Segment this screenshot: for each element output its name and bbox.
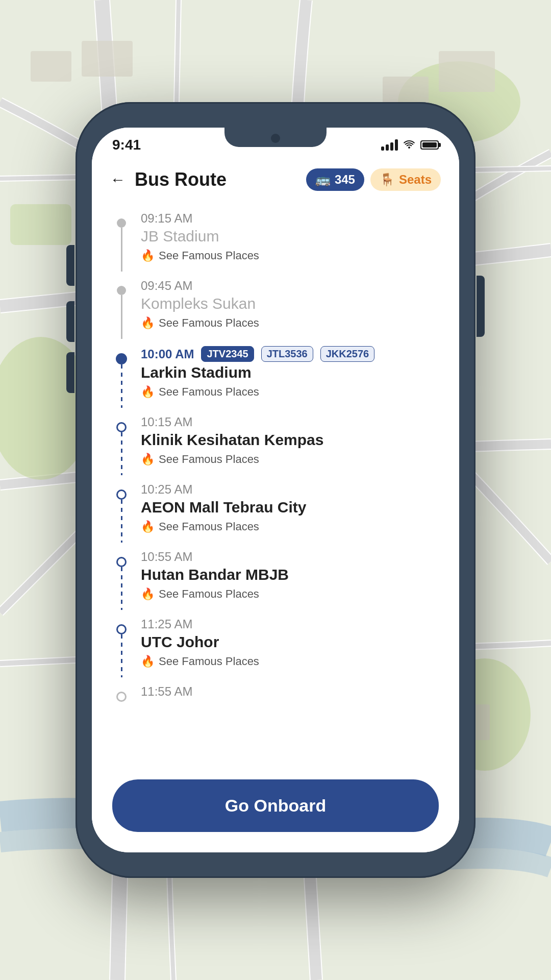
fire-icon-1: 🔥 (141, 249, 155, 262)
see-famous-1[interactable]: 🔥 See Famous Places (141, 249, 441, 262)
stop-name-2: Kompleks Sukan (141, 295, 441, 312)
list-item: 10:25 AM AEON Mall Tebrau City 🔥 See Fam… (110, 475, 441, 543)
notch (224, 128, 327, 147)
notch-camera (271, 134, 280, 143)
bus-icon: 🚌 (315, 173, 331, 187)
header: ← Bus Route 🚌 345 🪑 Seats (92, 158, 459, 199)
line-5 (121, 500, 122, 543)
see-famous-7[interactable]: 🔥 See Famous Places (141, 655, 441, 668)
page-title: Bus Route (135, 169, 227, 190)
stop-name-1: JB Stadium (141, 228, 441, 245)
phone-screen: 9:41 (92, 128, 459, 852)
seats-icon: 🪑 (380, 173, 395, 187)
stop-list: 09:15 AM JB Stadium 🔥 See Famous Places (110, 204, 441, 710)
header-badges: 🚌 345 🪑 Seats (306, 168, 441, 191)
line-3 (121, 364, 122, 408)
signal-icon (381, 139, 398, 151)
stop-dot-7 (116, 624, 127, 634)
stop-time-5: 10:25 AM (141, 482, 192, 497)
see-famous-6[interactable]: 🔥 See Famous Places (141, 587, 441, 601)
route-scroll-area[interactable]: 09:15 AM JB Stadium 🔥 See Famous Places (92, 199, 459, 767)
stop-name-7: UTC Johor (141, 633, 441, 651)
stop-time-7: 11:25 AM (141, 617, 192, 631)
see-famous-2[interactable]: 🔥 See Famous Places (141, 316, 441, 330)
fire-icon-7: 🔥 (141, 655, 155, 668)
stop-dot-5 (116, 489, 127, 500)
list-item: 10:15 AM Klinik Kesihatan Kempas 🔥 See F… (110, 408, 441, 475)
fire-icon-4: 🔥 (141, 453, 155, 466)
see-famous-5[interactable]: 🔥 See Famous Places (141, 520, 441, 533)
svg-rect-8 (439, 51, 495, 92)
bus-tag-jtv: JTV2345 (201, 346, 254, 362)
svg-rect-6 (82, 41, 133, 77)
bus-tag-jkk: JKK2576 (320, 346, 375, 362)
status-icons (381, 139, 439, 151)
battery-icon (420, 140, 439, 150)
fire-icon-2: 🔥 (141, 316, 155, 330)
list-item: 09:45 AM Kompleks Sukan 🔥 See Famous Pla… (110, 272, 441, 339)
svg-rect-5 (31, 51, 71, 82)
see-famous-4[interactable]: 🔥 See Famous Places (141, 453, 441, 466)
status-time: 9:41 (112, 137, 141, 153)
fire-icon-6: 🔥 (141, 587, 155, 601)
back-button[interactable]: ← (110, 171, 126, 188)
stop-dot-1 (117, 218, 126, 228)
stop-time-4: 10:15 AM (141, 415, 192, 429)
bottom-bar: Go Onboard (92, 767, 459, 852)
list-item: 11:55 AM (110, 677, 441, 710)
line-6 (121, 567, 122, 610)
bus-number-badge: 🚌 345 (306, 168, 364, 191)
stop-time-2: 09:45 AM (141, 279, 192, 293)
stop-time-6: 10:55 AM (141, 550, 192, 564)
stop-time-8: 11:55 AM (141, 684, 192, 699)
phone-frame: 9:41 (76, 102, 475, 878)
stop-dot-3 (116, 353, 127, 364)
list-item: 10:00 AM JTV2345 JTL3536 JKK2576 Larkin … (110, 339, 441, 408)
stop-dot-6 (116, 557, 127, 567)
line-7 (121, 634, 122, 677)
bus-tag-jtl: JTL3536 (261, 346, 313, 362)
line-4 (121, 432, 122, 475)
stop-name-5: AEON Mall Tebrau City (141, 499, 441, 516)
stop-dot-8 (116, 692, 127, 702)
line-1 (121, 228, 122, 272)
svg-rect-4 (10, 204, 71, 245)
stop-dot-2 (117, 286, 126, 295)
see-famous-3[interactable]: 🔥 See Famous Places (141, 385, 441, 399)
stop-time-1: 09:15 AM (141, 211, 192, 226)
stop-time-3: 10:00 AM (141, 347, 194, 361)
stop-name-3: Larkin Stadium (141, 364, 441, 381)
line-2 (121, 295, 122, 339)
list-item: 09:15 AM JB Stadium 🔥 See Famous Places (110, 204, 441, 272)
list-item: 11:25 AM UTC Johor 🔥 See Famous Places (110, 610, 441, 677)
fire-icon-5: 🔥 (141, 520, 155, 533)
wifi-icon (403, 139, 415, 151)
stop-dot-4 (116, 422, 127, 432)
seats-badge[interactable]: 🪑 Seats (370, 168, 441, 191)
list-item: 10:55 AM Hutan Bandar MBJB 🔥 See Famous … (110, 543, 441, 610)
stop-name-6: Hutan Bandar MBJB (141, 566, 441, 583)
stop-name-4: Klinik Kesihatan Kempas (141, 431, 441, 449)
fire-icon-3: 🔥 (141, 385, 155, 399)
go-onboard-button[interactable]: Go Onboard (112, 779, 439, 832)
